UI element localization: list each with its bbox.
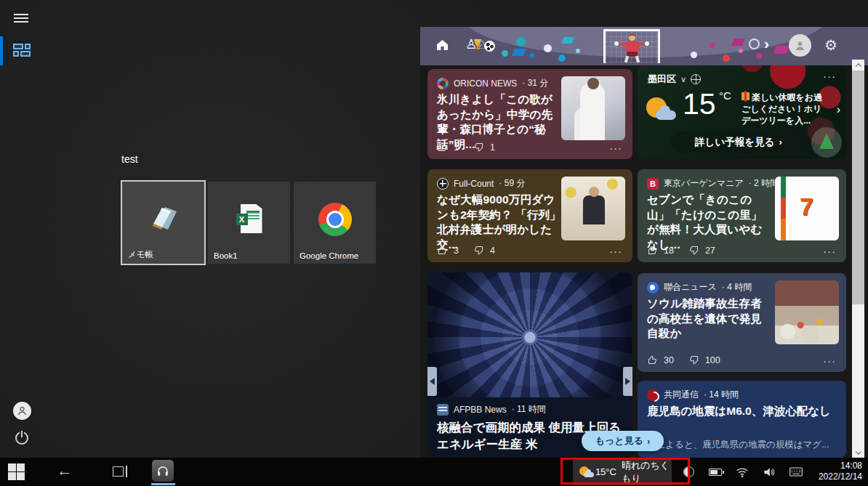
dislike-count: 100 [705,355,720,365]
see-more-button[interactable]: もっと見る › [582,431,664,451]
weather-unit: °C [719,89,731,102]
globe-icon[interactable] [691,74,701,84]
article-thumbnail [561,76,625,140]
desktop-screen: test メモ帳 X Book1 Google Chrome [0,0,868,486]
confetti-dot [516,37,526,46]
source-logo-afpbb [437,404,449,416]
tile-google-chrome[interactable]: Google Chrome [294,182,376,264]
chevron-right-icon[interactable]: › [764,35,769,52]
focus-assist-icon[interactable] [682,466,695,479]
goalkeeper-part [614,41,619,46]
news-card-full-count[interactable]: Full-Count 59 分 なぜ大幅9000万円ダウンも2年契約？ 「行列」… [427,169,632,262]
task-view-button[interactable] [111,466,127,478]
nav-selected-accent-bar [0,36,3,65]
detailed-forecast-button[interactable]: 詳しい予報を見る › [671,131,806,153]
like-count: 3 [454,246,459,256]
article-hero-image [427,272,632,397]
confetti-dot [529,53,534,58]
news-card-kyodo[interactable]: 共同通信 14 時間 鹿児島の地震はM6.0、津波心配なし …によると、鹿児島県… [638,381,846,458]
settings-gear-icon[interactable]: ⚙ [824,36,837,54]
taskbar-app-audio[interactable] [152,460,174,482]
confetti-shape [512,49,526,56]
goalkeeper-part [645,41,649,46]
news-card-afpbb-fusion[interactable]: AFPBB News 11 時間 核融合で画期的成果 使用量上回るエネルギー生産… [427,272,632,458]
news-card-oricon[interactable]: ORICON NEWS 31 分 氷川きよし「この歌があったから」中学の先輩・森… [427,69,632,159]
start-button[interactable] [8,463,25,480]
tile-label: メモ帳 [128,249,153,260]
source-logo-oricon [437,78,449,89]
carousel-next-button[interactable] [623,367,632,396]
source-name: 共同通信 [664,389,699,401]
scroll-down-button[interactable] [852,447,864,458]
back-button[interactable]: ← [57,461,73,480]
pinned-tiles-icon-part [13,51,19,57]
thumbs-up-icon[interactable] [647,355,658,365]
detailed-forecast-label: 詳しい予報を見る [695,136,774,149]
touch-keyboard-icon[interactable] [789,466,803,479]
taskbar-weather-temp: 15°C [595,466,616,477]
confetti-dot [576,49,580,53]
cloud-shape [656,110,676,120]
thumbs-down-icon[interactable] [688,245,699,256]
scrollbar[interactable] [852,60,864,458]
taskbar-clock[interactable]: 14:08 2022/12/14 [819,461,862,482]
article-age: 4 時間 [722,281,752,293]
home-icon[interactable] [435,38,450,52]
thumbs-up-icon[interactable] [647,245,658,256]
article-thumbnail: 7 [775,177,839,240]
source-name: 東京バーゲンマニア [664,177,744,190]
holiday-tree-icon[interactable] [811,127,842,158]
thumbs-up-icon[interactable] [437,142,448,153]
goalkeeper-part [629,34,635,41]
profile-avatar[interactable] [789,34,811,57]
pinned-tiles-icon[interactable] [13,44,31,57]
news-feed-panel: ♙♘ [420,27,868,458]
power-button[interactable] [15,432,28,445]
news-card-bargain-mania[interactable]: B 東京バーゲンマニア 2 時間 セブンで「きのこの山」「たけのこの里」が無料！… [638,169,846,262]
tile-excel-book1[interactable]: X Book1 [208,182,290,264]
card-more-options-icon[interactable]: ··· [823,245,836,257]
chevron-down-icon[interactable]: ∨ [680,75,686,84]
person-icon [794,39,806,52]
tile-label: Google Chrome [300,251,358,260]
news-card-yonhap[interactable]: 聯合ニュース 4 時間 ソウル雑踏事故生存者の高校生を遺体で発見 自殺か 30 … [638,273,846,372]
card-more-options-icon[interactable]: ··· [823,355,836,367]
like-count: 18 [664,246,674,256]
refresh-icon[interactable] [749,39,760,49]
pinned-tiles-icon-part [20,51,31,57]
source-logo-full-count [437,178,449,190]
taskbar-weather-widget[interactable]: 15°C 晴れのちくもり [573,458,672,485]
carousel-prev-button[interactable] [427,367,437,396]
volume-icon[interactable] [763,466,776,479]
wifi-icon[interactable] [736,466,749,479]
excel-x-badge: X [236,214,248,225]
tile-notepad[interactable]: メモ帳 [122,182,204,264]
weather-card[interactable]: 墨田区 ∨ ··· 15 °C 楽しい休暇をお過ごしください！ホリデーツリーを入… [638,65,846,159]
source-logo-yonhap [647,282,659,293]
weather-temperature: 15 [683,87,716,121]
source-name: 聯合ニュース [664,281,717,293]
dislike-count: 1 [490,142,495,153]
thumbs-up-icon[interactable] [437,245,448,256]
weather-location[interactable]: 墨田区 [648,73,676,86]
card-more-options-icon[interactable]: ··· [609,142,622,154]
thumbs-down-icon[interactable] [473,142,484,153]
weather-promo-link[interactable]: 楽しい休暇をお過ごしください！ホリデーツリーを入... [742,92,830,127]
thumbs-down-icon[interactable] [688,355,699,365]
confetti-dot [756,53,762,59]
running-app-indicator [151,483,175,485]
battery-icon[interactable] [709,466,722,479]
confetti-shape [773,46,789,54]
card-more-options-icon[interactable]: ··· [609,245,622,257]
chevron-right-icon[interactable]: › [837,103,840,116]
card-more-options-icon[interactable]: ··· [823,70,836,82]
scroll-up-button[interactable] [852,60,864,70]
thumbs-down-icon[interactable] [473,245,484,256]
clock-date: 2022/12/14 [819,471,862,482]
chevron-up-icon [855,63,861,69]
user-account-button[interactable] [13,402,31,420]
hamburger-menu-icon[interactable] [14,14,28,23]
scrollbar-thumb[interactable] [852,70,864,304]
goalkeeper-illustration [615,34,648,63]
article-age: 2 時間 [749,177,779,190]
